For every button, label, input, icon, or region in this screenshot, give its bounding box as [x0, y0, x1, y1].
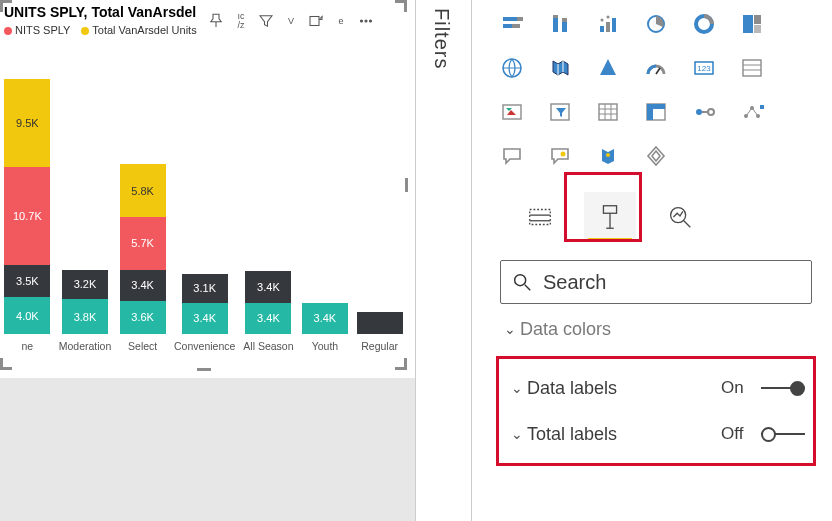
- bar-segment[interactable]: 3.4K: [245, 303, 291, 334]
- bar-segment[interactable]: 3.5K: [4, 265, 50, 297]
- visualizations-pane: 123 Search ⌄ Data colors: [471, 0, 832, 521]
- format-tab[interactable]: [584, 192, 636, 242]
- bar-segment[interactable]: 4.0K: [4, 297, 50, 334]
- fields-tab[interactable]: [514, 192, 566, 242]
- viz-type-slicer[interactable]: [540, 96, 580, 128]
- svg-point-3: [369, 20, 371, 22]
- viz-type-stacked-column[interactable]: [540, 8, 580, 40]
- svg-rect-19: [743, 15, 753, 33]
- svg-rect-26: [743, 60, 761, 76]
- bar-segment[interactable]: [357, 312, 403, 334]
- bar-segment[interactable]: 5.7K: [120, 217, 166, 269]
- viz-type-kpi[interactable]: [492, 96, 532, 128]
- viz-type-chat[interactable]: [492, 140, 532, 172]
- viz-type-table[interactable]: [588, 96, 628, 128]
- viz-type-matrix[interactable]: [636, 96, 676, 128]
- chart-category[interactable]: 3.4K3.4KAll Season: [243, 271, 293, 352]
- category-label: Youth: [312, 340, 338, 352]
- viz-type-card[interactable]: 123: [684, 52, 724, 84]
- viz-type-r-visual[interactable]: [684, 96, 724, 128]
- svg-point-2: [365, 20, 367, 22]
- viz-type-donut[interactable]: [684, 8, 724, 40]
- svg-line-23: [656, 68, 660, 74]
- viz-type-key-influencers[interactable]: [732, 96, 772, 128]
- visual-legend: NITS SPLY Total VanArsdel Units: [4, 24, 199, 36]
- svg-rect-8: [553, 18, 558, 32]
- svg-rect-31: [599, 104, 617, 120]
- more-options-icon[interactable]: [353, 8, 379, 34]
- data-labels-section[interactable]: ⌄ Data labels On: [499, 365, 813, 411]
- filters-pane-collapsed[interactable]: Filters: [415, 0, 471, 521]
- bar-segment[interactable]: 3.1K: [182, 274, 228, 303]
- svg-rect-20: [754, 15, 761, 24]
- search-icon: [511, 271, 533, 293]
- svg-rect-12: [600, 26, 604, 32]
- svg-line-46: [752, 108, 758, 116]
- svg-line-45: [746, 108, 752, 116]
- total-labels-section[interactable]: ⌄ Total labels Off: [499, 411, 813, 457]
- bar-segment[interactable]: 3.8K: [62, 299, 108, 334]
- stacked-column-chart[interactable]: 4.0K3.5K10.7K9.5Kne3.8K3.2KModeration3.6…: [0, 52, 407, 352]
- chart-category[interactable]: 3.8K3.2KModeration: [59, 270, 112, 352]
- chart-category[interactable]: Regular: [356, 312, 403, 352]
- svg-rect-14: [612, 18, 616, 32]
- chart-category[interactable]: 3.4KYouth: [302, 303, 349, 352]
- focus-mode-icon[interactable]: [303, 8, 329, 34]
- category-label: All Season: [243, 340, 293, 352]
- svg-point-16: [607, 16, 610, 19]
- legend-dot-icon: [81, 27, 89, 35]
- bar-segment[interactable]: 3.2K: [62, 270, 108, 299]
- chevron-down-icon: ⌄: [507, 380, 527, 396]
- viz-type-qa-visual[interactable]: [540, 140, 580, 172]
- data-labels-toggle[interactable]: [761, 379, 805, 397]
- svg-rect-4: [503, 17, 517, 21]
- visualization-picker: 123: [492, 8, 820, 176]
- category-label: Moderation: [59, 340, 112, 352]
- format-tabs: [514, 192, 820, 242]
- legend-dot-icon: [4, 27, 12, 35]
- bar-segment[interactable]: 5.8K: [120, 164, 166, 217]
- filter-icon[interactable]: [253, 8, 279, 34]
- viz-type-powerapps[interactable]: [636, 140, 676, 172]
- viz-type-map[interactable]: [492, 52, 532, 84]
- report-canvas[interactable]: UNITS SPLY, Total VanArsdel U NITS SPLY …: [0, 0, 415, 521]
- viz-type-azure-map[interactable]: [588, 52, 628, 84]
- chart-category[interactable]: 3.6K3.4K5.7K5.8KSelect: [119, 164, 166, 352]
- viz-type-gauge[interactable]: [636, 52, 676, 84]
- visual-title: UNITS SPLY, Total VanArsdel U: [4, 4, 199, 20]
- viz-type-filled-map[interactable]: [540, 52, 580, 84]
- chart-category[interactable]: 4.0K3.5K10.7K9.5Kne: [4, 79, 51, 352]
- svg-point-41: [708, 109, 714, 115]
- highlight-box: ⌄ Data labels On ⌄ Total labels Off: [496, 356, 816, 466]
- bar-segment[interactable]: 3.4K: [245, 271, 291, 302]
- svg-point-15: [601, 19, 604, 22]
- bar-segment[interactable]: 3.6K: [120, 301, 166, 334]
- viz-type-clustered-bar[interactable]: [588, 8, 628, 40]
- format-search-box[interactable]: Search: [500, 260, 812, 304]
- svg-rect-50: [530, 210, 551, 225]
- svg-rect-47: [760, 105, 764, 109]
- bar-segment[interactable]: 3.4K: [120, 270, 166, 301]
- bar-segment[interactable]: 3.4K: [182, 303, 228, 334]
- svg-point-56: [671, 208, 686, 223]
- chart-category[interactable]: 3.4K3.1KConvenience: [174, 274, 235, 352]
- total-labels-toggle[interactable]: [761, 425, 805, 443]
- viz-type-pie[interactable]: [636, 8, 676, 40]
- selected-visual[interactable]: UNITS SPLY, Total VanArsdel U NITS SPLY …: [0, 0, 408, 370]
- category-label: Select: [128, 340, 157, 352]
- category-label: Convenience: [174, 340, 235, 352]
- bar-segment[interactable]: 10.7K: [4, 167, 50, 265]
- svg-rect-11: [562, 18, 567, 22]
- viz-type-stacked-bar[interactable]: [492, 8, 532, 40]
- viz-type-arcgis[interactable]: [588, 140, 628, 172]
- svg-point-48: [561, 152, 566, 157]
- pin-icon[interactable]: [203, 8, 229, 34]
- bar-segment[interactable]: 3.4K: [302, 303, 348, 334]
- bar-segment[interactable]: 9.5K: [4, 79, 50, 166]
- viz-type-treemap[interactable]: [732, 8, 772, 40]
- svg-rect-0: [310, 17, 319, 26]
- analytics-tab[interactable]: [654, 192, 706, 242]
- data-colors-section[interactable]: ⌄ Data colors: [492, 314, 820, 344]
- viz-type-multi-row-card[interactable]: [732, 52, 772, 84]
- svg-rect-13: [606, 22, 610, 32]
